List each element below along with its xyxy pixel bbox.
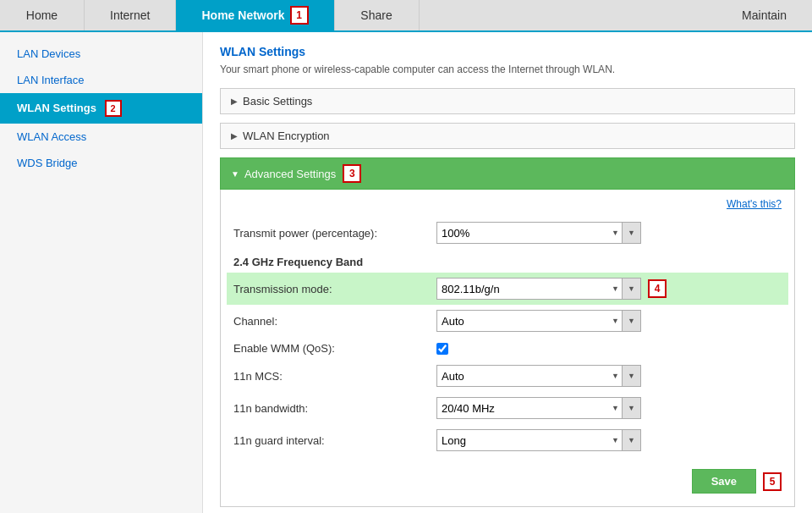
page-title: WLAN Settings <box>220 45 795 58</box>
transmission-mode-select[interactable]: 802.11b/g/n 802.11b/g 802.11n <box>436 278 623 300</box>
tab-share[interactable]: Share <box>335 0 420 30</box>
bandwidth-select-wrapper: 20/40 MHz 20 MHz 40 MHz <box>436 397 623 419</box>
bandwidth-label: 11n bandwidth: <box>233 402 436 415</box>
main-layout: LAN Devices LAN Interface WLAN Settings … <box>0 32 812 513</box>
advanced-settings-label: Advanced Settings <box>244 168 336 180</box>
sidebar: LAN Devices LAN Interface WLAN Settings … <box>0 32 203 513</box>
wlan-encryption-label: WLAN Encryption <box>243 130 330 142</box>
transmit-power-select-wrapper: 100% 75% 50% 25% <box>436 222 623 244</box>
advanced-settings-panel: What's this? Transmit power (percentage)… <box>220 190 795 507</box>
sidebar-item-wlan-settings[interactable]: WLAN Settings 2 <box>0 93 202 124</box>
guard-interval-select[interactable]: Long Short Auto <box>436 429 623 451</box>
basic-settings-arrow: ▶ <box>231 97 238 106</box>
page-description: Your smart phone or wireless-capable com… <box>220 63 795 75</box>
freq-band-title: 2.4 GHz Frequency Band <box>233 249 782 273</box>
tab-home-network-badge: 1 <box>290 6 309 25</box>
advanced-settings-header[interactable]: ▼ Advanced Settings 3 <box>220 157 795 190</box>
sidebar-wlan-badge: 2 <box>105 100 122 117</box>
basic-settings-label: Basic Settings <box>243 95 312 108</box>
channel-select[interactable]: Auto 123 456 789 1011 <box>436 310 623 332</box>
transmission-mode-select-wrapper: 802.11b/g/n 802.11b/g 802.11n <box>436 278 623 300</box>
mcs-row: 11n MCS: Auto ▼ <box>233 360 782 392</box>
guard-interval-control: Long Short Auto ▼ <box>436 429 641 451</box>
enable-wmm-label: Enable WMM (QoS): <box>233 342 436 355</box>
bandwidth-row: 11n bandwidth: 20/40 MHz 20 MHz 40 MHz ▼ <box>233 392 782 424</box>
top-nav: Home Internet Home Network 1 Share Maint… <box>0 0 812 32</box>
mcs-label: 11n MCS: <box>233 370 436 383</box>
guard-interval-dropdown-btn[interactable]: ▼ <box>623 429 641 451</box>
save-badge: 5 <box>763 472 782 491</box>
guard-interval-row: 11n guard interval: Long Short Auto ▼ <box>233 424 782 456</box>
sidebar-item-wlan-access[interactable]: WLAN Access <box>0 124 202 150</box>
wlan-encryption-header[interactable]: ▶ WLAN Encryption <box>220 123 795 149</box>
enable-wmm-checkbox[interactable] <box>436 343 448 355</box>
transmission-mode-control: 802.11b/g/n 802.11b/g 802.11n ▼ 4 <box>436 278 667 300</box>
transmission-mode-dropdown-btn[interactable]: ▼ <box>623 278 641 300</box>
channel-control: Auto 123 456 789 1011 ▼ <box>436 310 641 332</box>
bandwidth-control: 20/40 MHz 20 MHz 40 MHz ▼ <box>436 397 641 419</box>
mcs-dropdown-btn[interactable]: ▼ <box>623 365 641 387</box>
tab-home-network[interactable]: Home Network 1 <box>176 0 334 30</box>
wlan-encryption-arrow: ▶ <box>231 131 238 141</box>
bandwidth-select[interactable]: 20/40 MHz 20 MHz 40 MHz <box>436 397 623 419</box>
sidebar-item-wds-bridge[interactable]: WDS Bridge <box>0 150 202 176</box>
transmit-power-row: Transmit power (percentage): 100% 75% 50… <box>233 217 782 249</box>
transmission-mode-row: Transmission mode: 802.11b/g/n 802.11b/g… <box>227 273 788 305</box>
advanced-settings-badge: 3 <box>343 164 361 183</box>
sidebar-item-lan-devices[interactable]: LAN Devices <box>0 41 202 67</box>
tab-internet[interactable]: Internet <box>85 0 176 30</box>
basic-settings-header[interactable]: ▶ Basic Settings <box>220 88 795 114</box>
advanced-settings-arrow: ▼ <box>231 169 239 179</box>
transmission-mode-badge: 4 <box>648 279 667 298</box>
guard-interval-label: 11n guard interval: <box>233 434 436 447</box>
channel-row: Channel: Auto 123 456 789 1011 ▼ <box>233 305 782 337</box>
sidebar-item-lan-interface[interactable]: LAN Interface <box>0 67 202 93</box>
channel-dropdown-btn[interactable]: ▼ <box>623 310 641 332</box>
transmit-power-label: Transmit power (percentage): <box>233 227 436 240</box>
transmit-power-control: 100% 75% 50% 25% ▼ <box>436 222 641 244</box>
guard-interval-select-wrapper: Long Short Auto <box>436 429 623 451</box>
channel-select-wrapper: Auto 123 456 789 1011 <box>436 310 623 332</box>
transmit-power-select[interactable]: 100% 75% 50% 25% <box>436 222 623 244</box>
enable-wmm-row: Enable WMM (QoS): <box>233 337 782 360</box>
mcs-select-wrapper: Auto <box>436 365 623 387</box>
save-area: Save 5 <box>233 469 782 494</box>
mcs-control: Auto ▼ <box>436 365 641 387</box>
tab-home[interactable]: Home <box>0 0 85 30</box>
channel-label: Channel: <box>233 315 436 328</box>
bandwidth-dropdown-btn[interactable]: ▼ <box>623 397 641 419</box>
nav-spacer <box>420 0 717 30</box>
whats-this-link[interactable]: What's this? <box>233 198 782 210</box>
enable-wmm-checkbox-wrap <box>436 343 448 355</box>
transmit-power-dropdown-btn[interactable]: ▼ <box>623 222 641 244</box>
tab-maintain[interactable]: Maintain <box>716 0 812 30</box>
mcs-select[interactable]: Auto <box>436 365 623 387</box>
content-area: WLAN Settings Your smart phone or wirele… <box>203 32 812 513</box>
save-button[interactable]: Save <box>692 469 756 494</box>
transmission-mode-label: Transmission mode: <box>233 283 436 295</box>
